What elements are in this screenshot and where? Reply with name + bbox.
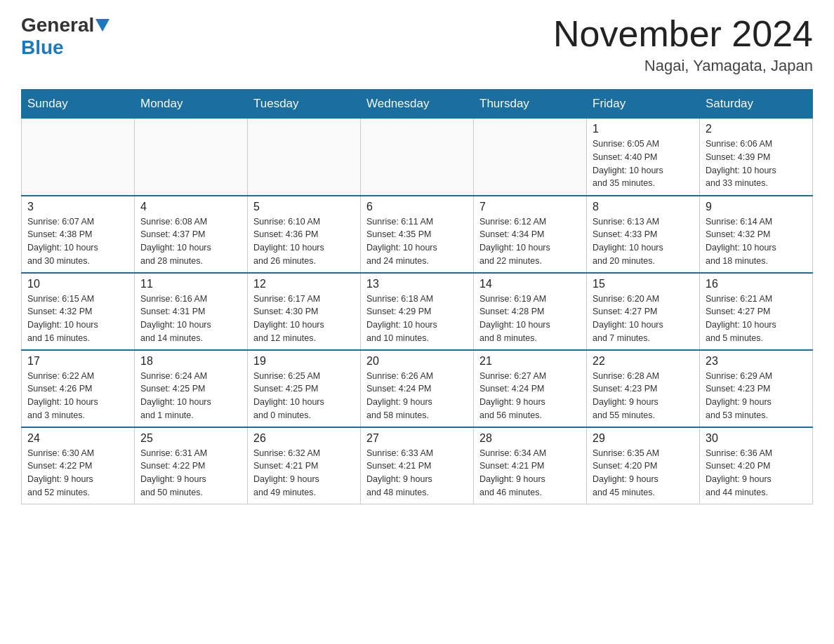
calendar-cell: 5Sunrise: 6:10 AM Sunset: 4:36 PM Daylig…: [248, 196, 361, 273]
weekday-header-tuesday: Tuesday: [248, 90, 361, 119]
logo-general: General: [21, 14, 94, 36]
calendar-cell: 26Sunrise: 6:32 AM Sunset: 4:21 PM Dayli…: [248, 427, 361, 504]
day-info: Sunrise: 6:08 AM Sunset: 4:37 PM Dayligh…: [140, 215, 241, 268]
calendar-table: SundayMondayTuesdayWednesdayThursdayFrid…: [21, 89, 813, 504]
day-info: Sunrise: 6:05 AM Sunset: 4:40 PM Dayligh…: [593, 137, 694, 190]
calendar-cell: 14Sunrise: 6:19 AM Sunset: 4:28 PM Dayli…: [474, 273, 587, 350]
day-number: 13: [366, 278, 468, 290]
day-number: 23: [706, 355, 807, 368]
day-number: 12: [253, 278, 355, 290]
day-number: 19: [253, 355, 355, 368]
calendar-cell: 16Sunrise: 6:21 AM Sunset: 4:27 PM Dayli…: [700, 273, 813, 350]
logo: General Blue: [21, 14, 111, 59]
calendar-cell: 1Sunrise: 6:05 AM Sunset: 4:40 PM Daylig…: [587, 119, 700, 196]
calendar-cell: [474, 119, 587, 196]
day-number: 30: [706, 432, 807, 445]
weekday-header-sunday: Sunday: [22, 90, 135, 119]
day-number: 28: [479, 432, 581, 445]
day-number: 4: [140, 201, 241, 213]
day-info: Sunrise: 6:30 AM Sunset: 4:22 PM Dayligh…: [27, 447, 128, 499]
day-number: 16: [706, 278, 807, 290]
weekday-header-friday: Friday: [587, 90, 700, 119]
day-number: 8: [593, 201, 694, 213]
weekday-header-thursday: Thursday: [474, 90, 587, 119]
day-number: 9: [706, 201, 807, 213]
day-number: 25: [140, 432, 241, 445]
calendar-cell: 22Sunrise: 6:28 AM Sunset: 4:23 PM Dayli…: [587, 350, 700, 427]
day-number: 27: [366, 432, 468, 445]
day-info: Sunrise: 6:31 AM Sunset: 4:22 PM Dayligh…: [140, 447, 241, 499]
day-info: Sunrise: 6:17 AM Sunset: 4:30 PM Dayligh…: [253, 293, 355, 345]
day-number: 22: [593, 355, 694, 368]
day-number: 6: [366, 201, 468, 213]
day-number: 15: [593, 278, 694, 290]
calendar-week-row: 10Sunrise: 6:15 AM Sunset: 4:32 PM Dayli…: [22, 273, 813, 350]
day-number: 3: [27, 201, 128, 213]
month-title: November 2024: [553, 14, 813, 54]
day-number: 5: [253, 201, 355, 213]
calendar-cell: [135, 119, 248, 196]
calendar-week-row: 24Sunrise: 6:30 AM Sunset: 4:22 PM Dayli…: [22, 427, 813, 504]
calendar-cell: 4Sunrise: 6:08 AM Sunset: 4:37 PM Daylig…: [135, 196, 248, 273]
calendar-cell: 25Sunrise: 6:31 AM Sunset: 4:22 PM Dayli…: [135, 427, 248, 504]
day-number: 24: [27, 432, 128, 445]
day-info: Sunrise: 6:21 AM Sunset: 4:27 PM Dayligh…: [706, 293, 807, 345]
calendar-cell: 8Sunrise: 6:13 AM Sunset: 4:33 PM Daylig…: [587, 196, 700, 273]
calendar-cell: 12Sunrise: 6:17 AM Sunset: 4:30 PM Dayli…: [248, 273, 361, 350]
day-info: Sunrise: 6:14 AM Sunset: 4:32 PM Dayligh…: [706, 215, 807, 268]
logo-blue: Blue: [21, 36, 64, 59]
calendar-cell: 21Sunrise: 6:27 AM Sunset: 4:24 PM Dayli…: [474, 350, 587, 427]
day-info: Sunrise: 6:13 AM Sunset: 4:33 PM Dayligh…: [593, 215, 694, 268]
day-info: Sunrise: 6:06 AM Sunset: 4:39 PM Dayligh…: [706, 137, 807, 190]
calendar-week-row: 17Sunrise: 6:22 AM Sunset: 4:26 PM Dayli…: [22, 350, 813, 427]
calendar-cell: 28Sunrise: 6:34 AM Sunset: 4:21 PM Dayli…: [474, 427, 587, 504]
weekday-header-monday: Monday: [135, 90, 248, 119]
day-info: Sunrise: 6:33 AM Sunset: 4:21 PM Dayligh…: [366, 447, 468, 499]
day-info: Sunrise: 6:32 AM Sunset: 4:21 PM Dayligh…: [253, 447, 355, 499]
day-info: Sunrise: 6:16 AM Sunset: 4:31 PM Dayligh…: [140, 293, 241, 345]
day-info: Sunrise: 6:26 AM Sunset: 4:24 PM Dayligh…: [366, 370, 468, 422]
calendar-cell: 20Sunrise: 6:26 AM Sunset: 4:24 PM Dayli…: [361, 350, 474, 427]
day-number: 14: [479, 278, 581, 290]
weekday-header-saturday: Saturday: [700, 90, 813, 119]
day-number: 21: [479, 355, 581, 368]
day-number: 17: [27, 355, 128, 368]
day-number: 26: [253, 432, 355, 445]
calendar-cell: 17Sunrise: 6:22 AM Sunset: 4:26 PM Dayli…: [22, 350, 135, 427]
day-info: Sunrise: 6:20 AM Sunset: 4:27 PM Dayligh…: [593, 293, 694, 345]
calendar-cell: 3Sunrise: 6:07 AM Sunset: 4:38 PM Daylig…: [22, 196, 135, 273]
calendar-cell: 24Sunrise: 6:30 AM Sunset: 4:22 PM Dayli…: [22, 427, 135, 504]
calendar-cell: 7Sunrise: 6:12 AM Sunset: 4:34 PM Daylig…: [474, 196, 587, 273]
day-info: Sunrise: 6:28 AM Sunset: 4:23 PM Dayligh…: [593, 370, 694, 422]
day-info: Sunrise: 6:07 AM Sunset: 4:38 PM Dayligh…: [27, 215, 128, 268]
calendar-cell: [361, 119, 474, 196]
calendar-cell: 13Sunrise: 6:18 AM Sunset: 4:29 PM Dayli…: [361, 273, 474, 350]
calendar-cell: [22, 119, 135, 196]
day-info: Sunrise: 6:24 AM Sunset: 4:25 PM Dayligh…: [140, 370, 241, 422]
calendar-cell: 18Sunrise: 6:24 AM Sunset: 4:25 PM Dayli…: [135, 350, 248, 427]
calendar-cell: 23Sunrise: 6:29 AM Sunset: 4:23 PM Dayli…: [700, 350, 813, 427]
calendar-cell: 30Sunrise: 6:36 AM Sunset: 4:20 PM Dayli…: [700, 427, 813, 504]
day-info: Sunrise: 6:15 AM Sunset: 4:32 PM Dayligh…: [27, 293, 128, 345]
page-header: General Blue November 2024 Nagai, Yamaga…: [21, 14, 813, 75]
location: Nagai, Yamagata, Japan: [553, 57, 813, 75]
title-section: November 2024 Nagai, Yamagata, Japan: [553, 14, 813, 75]
day-number: 20: [366, 355, 468, 368]
calendar-cell: 10Sunrise: 6:15 AM Sunset: 4:32 PM Dayli…: [22, 273, 135, 350]
day-info: Sunrise: 6:18 AM Sunset: 4:29 PM Dayligh…: [366, 293, 468, 345]
day-number: 7: [479, 201, 581, 213]
calendar-cell: 11Sunrise: 6:16 AM Sunset: 4:31 PM Dayli…: [135, 273, 248, 350]
day-info: Sunrise: 6:29 AM Sunset: 4:23 PM Dayligh…: [706, 370, 807, 422]
day-info: Sunrise: 6:12 AM Sunset: 4:34 PM Dayligh…: [479, 215, 581, 268]
day-info: Sunrise: 6:34 AM Sunset: 4:21 PM Dayligh…: [479, 447, 581, 499]
calendar-cell: 15Sunrise: 6:20 AM Sunset: 4:27 PM Dayli…: [587, 273, 700, 350]
day-info: Sunrise: 6:35 AM Sunset: 4:20 PM Dayligh…: [593, 447, 694, 499]
day-number: 1: [593, 123, 694, 135]
day-info: Sunrise: 6:10 AM Sunset: 4:36 PM Dayligh…: [253, 215, 355, 268]
calendar-cell: 9Sunrise: 6:14 AM Sunset: 4:32 PM Daylig…: [700, 196, 813, 273]
day-number: 29: [593, 432, 694, 445]
day-number: 11: [140, 278, 241, 290]
weekday-header-wednesday: Wednesday: [361, 90, 474, 119]
calendar-week-row: 3Sunrise: 6:07 AM Sunset: 4:38 PM Daylig…: [22, 196, 813, 273]
day-number: 18: [140, 355, 241, 368]
